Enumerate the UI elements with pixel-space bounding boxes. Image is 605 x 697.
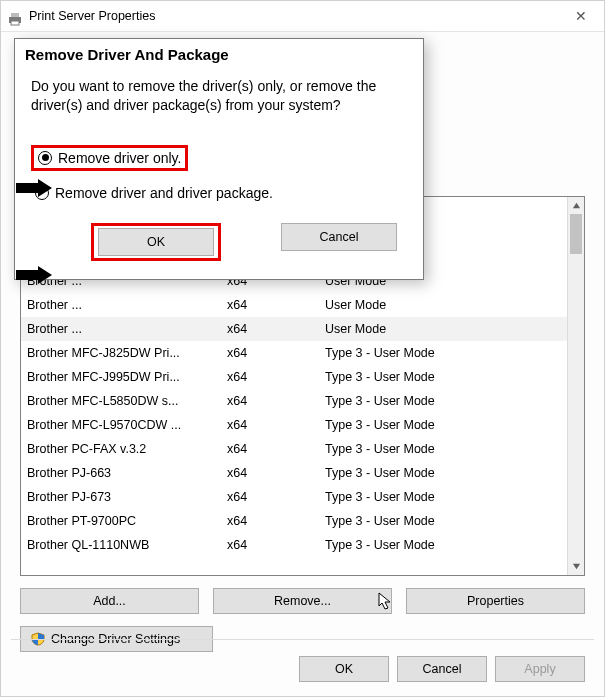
modal-title: Remove Driver And Package: [15, 39, 423, 77]
driver-processor: x64: [227, 346, 325, 360]
driver-type: Type 3 - User Mode: [325, 346, 567, 360]
driver-name: Brother MFC-J995DW Pri...: [27, 370, 227, 384]
driver-processor: x64: [227, 418, 325, 432]
driver-type: Type 3 - User Mode: [325, 514, 567, 528]
svg-marker-5: [16, 179, 52, 197]
driver-type: Type 3 - User Mode: [325, 466, 567, 480]
driver-processor: x64: [227, 394, 325, 408]
driver-name: Brother ...: [27, 322, 227, 336]
main-ok-button[interactable]: OK: [299, 656, 389, 682]
driver-action-buttons: Add... Remove... Properties: [20, 588, 585, 614]
remove-button[interactable]: Remove...: [213, 588, 392, 614]
driver-type: Type 3 - User Mode: [325, 442, 567, 456]
modal-text: Do you want to remove the driver(s) only…: [31, 77, 407, 115]
svg-rect-1: [11, 13, 19, 17]
scroll-thumb[interactable]: [570, 214, 582, 254]
modal-cancel-button[interactable]: Cancel: [281, 223, 397, 251]
annotation-arrow-2: [16, 266, 52, 284]
driver-type: Type 3 - User Mode: [325, 418, 567, 432]
table-row[interactable]: Brother MFC-J995DW Pri...x64Type 3 - Use…: [21, 365, 567, 389]
driver-type: User Mode: [325, 298, 567, 312]
table-row[interactable]: Brother PJ-663x64Type 3 - User Mode: [21, 461, 567, 485]
main-apply-button[interactable]: Apply: [495, 656, 585, 682]
driver-name: Brother ...: [27, 298, 227, 312]
table-row[interactable]: Brother ...x64User Mode: [21, 293, 567, 317]
window-title: Print Server Properties: [29, 1, 155, 32]
driver-processor: x64: [227, 370, 325, 384]
printer-icon: [7, 8, 23, 24]
add-button[interactable]: Add...: [20, 588, 199, 614]
radio-label-1: Remove driver only.: [58, 150, 181, 166]
driver-type: Type 3 - User Mode: [325, 370, 567, 384]
dialog-buttons: OK Cancel Apply: [299, 656, 585, 682]
svg-marker-4: [572, 564, 579, 569]
properties-button[interactable]: Properties: [406, 588, 585, 614]
svg-marker-6: [16, 266, 52, 284]
table-row[interactable]: Brother PJ-673x64Type 3 - User Mode: [21, 485, 567, 509]
driver-type: Type 3 - User Mode: [325, 490, 567, 504]
driver-processor: x64: [227, 538, 325, 552]
scroll-down-icon[interactable]: [568, 558, 584, 575]
remove-driver-modal: Remove Driver And Package Do you want to…: [14, 38, 424, 280]
table-row[interactable]: Brother PT-9700PCx64Type 3 - User Mode: [21, 509, 567, 533]
table-row[interactable]: Brother PC-FAX v.3.2x64Type 3 - User Mod…: [21, 437, 567, 461]
modal-ok-button[interactable]: OK: [98, 228, 214, 256]
table-row[interactable]: Brother ...x64User Mode: [21, 317, 567, 341]
driver-processor: x64: [227, 298, 325, 312]
main-cancel-button[interactable]: Cancel: [397, 656, 487, 682]
driver-name: Brother MFC-J825DW Pri...: [27, 346, 227, 360]
window-close-button[interactable]: ✕: [558, 1, 604, 32]
driver-processor: x64: [227, 466, 325, 480]
driver-name: Brother PC-FAX v.3.2: [27, 442, 227, 456]
svg-marker-3: [572, 203, 579, 208]
driver-type: User Mode: [325, 322, 567, 336]
svg-rect-2: [11, 21, 19, 25]
svg-marker-7: [379, 593, 390, 609]
modal-body: Do you want to remove the driver(s) only…: [15, 77, 423, 279]
driver-name: Brother QL-1110NWB: [27, 538, 227, 552]
driver-type: Type 3 - User Mode: [325, 394, 567, 408]
table-row[interactable]: Brother MFC-L5850DW s...x64Type 3 - User…: [21, 389, 567, 413]
table-row[interactable]: Brother MFC-L9570CDW ...x64Type 3 - User…: [21, 413, 567, 437]
mouse-cursor-icon: [378, 592, 394, 612]
table-row[interactable]: Brother MFC-J825DW Pri...x64Type 3 - Use…: [21, 341, 567, 365]
radio-icon-checked: [38, 151, 52, 165]
radio-label-2: Remove driver and driver package.: [55, 185, 273, 201]
drivers-scrollbar[interactable]: [567, 197, 584, 575]
radio-option-1[interactable]: Remove driver only.: [31, 145, 407, 171]
driver-name: Brother PJ-673: [27, 490, 227, 504]
driver-processor: x64: [227, 514, 325, 528]
driver-name: Brother PT-9700PC: [27, 514, 227, 528]
driver-processor: x64: [227, 322, 325, 336]
annotation-arrow-1: [16, 179, 52, 197]
divider: [11, 639, 594, 640]
driver-type: Type 3 - User Mode: [325, 538, 567, 552]
titlebar: Print Server Properties ✕: [1, 1, 604, 32]
driver-name: Brother PJ-663: [27, 466, 227, 480]
driver-processor: x64: [227, 442, 325, 456]
radio-option-2[interactable]: Remove driver and driver package.: [35, 185, 407, 201]
driver-processor: x64: [227, 490, 325, 504]
driver-name: Brother MFC-L5850DW s...: [27, 394, 227, 408]
modal-buttons: OK Cancel: [31, 215, 407, 265]
scroll-up-icon[interactable]: [568, 197, 584, 214]
table-row[interactable]: Brother QL-1110NWBx64Type 3 - User Mode: [21, 533, 567, 557]
driver-name: Brother MFC-L9570CDW ...: [27, 418, 227, 432]
